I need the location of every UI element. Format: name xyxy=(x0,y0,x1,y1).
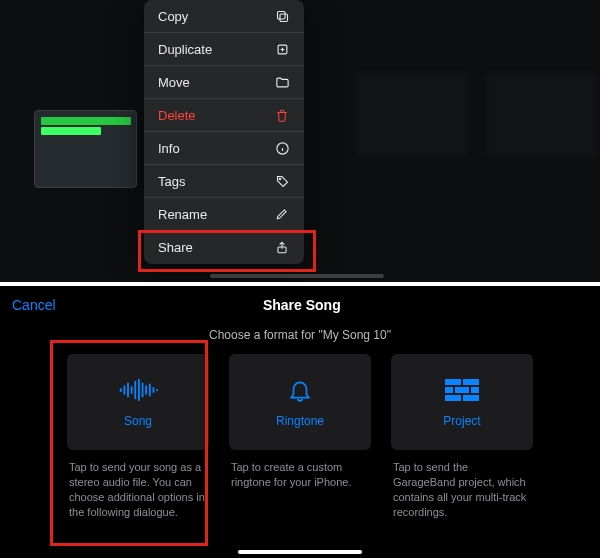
option-column-song: Song Tap to send your song as a stereo a… xyxy=(67,354,209,519)
svg-rect-0 xyxy=(280,14,288,22)
home-indicator[interactable] xyxy=(238,550,362,554)
svg-rect-8 xyxy=(127,383,129,398)
svg-rect-7 xyxy=(123,385,125,394)
ghost-thumbnail xyxy=(486,72,598,158)
option-desc: Tap to create a custom ringtone for your… xyxy=(231,460,369,490)
option-card-ringtone[interactable]: Ringtone xyxy=(229,354,371,450)
svg-rect-16 xyxy=(156,389,158,391)
folder-icon xyxy=(274,74,290,90)
svg-rect-23 xyxy=(463,395,479,401)
context-menu: Copy Duplicate Move Delete Info xyxy=(144,0,304,264)
pencil-icon xyxy=(274,206,290,222)
menu-item-label: Copy xyxy=(158,9,274,24)
menu-item-info[interactable]: Info xyxy=(144,132,304,165)
info-icon xyxy=(274,140,290,156)
selected-song-thumbnail[interactable] xyxy=(34,110,137,188)
waveform-icon xyxy=(118,376,158,404)
sheet-title: Share Song xyxy=(16,297,588,313)
option-desc: Tap to send your song as a stereo audio … xyxy=(69,460,207,519)
menu-item-label: Share xyxy=(158,240,274,255)
svg-rect-12 xyxy=(142,383,144,398)
svg-rect-1 xyxy=(277,11,285,19)
svg-rect-13 xyxy=(145,385,147,394)
option-name: Song xyxy=(124,414,152,428)
option-desc: Tap to send the GarageBand project, whic… xyxy=(393,460,531,519)
menu-item-rename[interactable]: Rename xyxy=(144,198,304,231)
menu-item-copy[interactable]: Copy xyxy=(144,0,304,33)
option-card-project[interactable]: Project xyxy=(391,354,533,450)
svg-rect-20 xyxy=(455,387,469,393)
bricks-icon xyxy=(442,376,482,404)
svg-rect-22 xyxy=(445,395,461,401)
option-name: Project xyxy=(443,414,480,428)
menu-item-tags[interactable]: Tags xyxy=(144,165,304,198)
option-card-song[interactable]: Song xyxy=(67,354,209,450)
svg-rect-14 xyxy=(149,384,151,397)
menu-item-label: Duplicate xyxy=(158,42,274,57)
svg-rect-17 xyxy=(445,379,461,385)
copy-icon xyxy=(274,8,290,24)
share-icon xyxy=(274,240,290,256)
svg-rect-11 xyxy=(138,379,140,401)
track-bar xyxy=(41,117,131,125)
bell-icon xyxy=(280,376,320,404)
format-options: Song Tap to send your song as a stereo a… xyxy=(0,354,600,519)
svg-rect-15 xyxy=(153,387,155,392)
option-name: Ringtone xyxy=(276,414,324,428)
sheet-nav-bar: Cancel Share Song xyxy=(0,290,600,320)
svg-point-4 xyxy=(279,178,281,180)
menu-item-share[interactable]: Share xyxy=(144,231,304,264)
share-song-sheet: Cancel Share Song Choose a format for "M… xyxy=(0,286,600,558)
tag-icon xyxy=(274,173,290,189)
svg-rect-21 xyxy=(471,387,479,393)
svg-rect-6 xyxy=(120,388,122,392)
option-column-ringtone: Ringtone Tap to create a custom ringtone… xyxy=(229,354,371,519)
option-column-project: Project Tap to send the GarageBand proje… xyxy=(391,354,533,519)
menu-item-move[interactable]: Move xyxy=(144,66,304,99)
ghost-thumbnail xyxy=(356,72,468,158)
track-bar xyxy=(41,127,101,135)
trash-icon xyxy=(274,107,290,123)
menu-item-label: Rename xyxy=(158,207,274,222)
scroll-indicator xyxy=(210,274,384,278)
svg-rect-9 xyxy=(131,386,133,393)
menu-item-label: Delete xyxy=(158,108,274,123)
menu-item-label: Move xyxy=(158,75,274,90)
menu-item-duplicate[interactable]: Duplicate xyxy=(144,33,304,66)
menu-item-label: Info xyxy=(158,141,274,156)
menu-item-label: Tags xyxy=(158,174,274,189)
sheet-subtitle: Choose a format for "My Song 10" xyxy=(0,328,600,342)
svg-rect-10 xyxy=(134,381,136,399)
duplicate-icon xyxy=(274,41,290,57)
svg-rect-19 xyxy=(445,387,453,393)
svg-rect-18 xyxy=(463,379,479,385)
menu-item-delete[interactable]: Delete xyxy=(144,99,304,132)
song-grid-with-context-menu: Copy Duplicate Move Delete Info xyxy=(0,0,600,282)
